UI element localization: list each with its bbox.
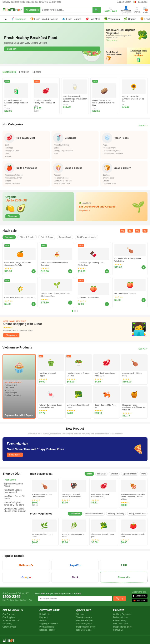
footer-link[interactable]: Shipping & Delivery [39, 622, 74, 625]
google-play-btn[interactable]: ▶ Google Play [132, 594, 148, 598]
featured-product[interactable]: 🧁 HOT CATEGORIES Pudding & Jelly Fruit D… [2, 354, 36, 418]
veg-product[interactable]: 🥬 Romaine Lettuce Hearts, 3 Packs ★★★★☆ … [60, 518, 88, 546]
tab-special[interactable]: Special [32, 69, 41, 75]
flash-card[interactable]: 🍑 Del Monte Diced Peaches ★★★☆☆ $2.00 + [113, 277, 148, 308]
add-to-cart-button[interactable]: + [31, 269, 36, 274]
flash-tab-seasonal[interactable]: Seasonal [2, 235, 16, 240]
product-card[interactable]: 🌻 Imported West Asian Sunflower Crackers… [120, 78, 148, 114]
meat-product[interactable]: 🦃 Dino Mayer Deli Fresh Smoked Turkey Br… [60, 478, 88, 508]
diet-item[interactable]: Fresh Whole [2, 478, 27, 482]
language-selector[interactable]: Language [138, 1, 148, 3]
veg-product[interactable]: 🍅 Vietnamese Tomato Organic Vine ★★★★☆ $… [119, 518, 148, 546]
brand-pepsico[interactable]: PepsiCo [51, 560, 99, 570]
nav-seafood[interactable]: 🐟 Fresh Seafood [60, 16, 83, 22]
hot-categories-see-all[interactable]: See All > [138, 124, 148, 127]
footer-link[interactable]: Product Recalls [39, 626, 74, 628]
cat-card-bread[interactable]: 🍞 Bread & Bakery Cookies Brownie Bars Do… [100, 161, 148, 186]
footer-link[interactable]: Delivery Options [113, 616, 148, 618]
brand-slack[interactable]: Slack [51, 572, 99, 582]
add-to-cart-button[interactable]: + [142, 265, 146, 270]
diet-item[interactable]: Vietnam's Original Texas BBQ Ritz Blend [2, 500, 27, 507]
nav-bread[interactable]: 🍞 Fresh Bread & Cookies [28, 16, 60, 22]
product-card[interactable]: HOT 🥔 Natural Garden Potato Sticks Baker… [90, 78, 118, 114]
meat-product[interactable]: 🍗 Fresh Boneless Skinless Chicken Breast… [30, 478, 59, 508]
add-to-cart-button[interactable]: + [105, 269, 109, 274]
cart[interactable]: 🛒 0 $0.00 [143, 6, 148, 14]
footer-link[interactable]: Report a Product [39, 629, 74, 631]
nav-meat[interactable]: 🥩 Raw Meat [83, 16, 102, 22]
footer-link[interactable]: Payment [39, 616, 74, 618]
organic-cta[interactable]: Shop now [5, 214, 19, 218]
flash-card[interactable]: 🌱 Quinoa Spice Powder, Whole Oats, Chole… [39, 277, 74, 308]
flash-tab-frozen[interactable]: Frozen Food [57, 235, 73, 240]
brand-google[interactable]: Google [2, 572, 50, 582]
nav-beverages[interactable]: 🥤 Beverages [9, 16, 28, 22]
search-button[interactable]: 🔍 [93, 7, 100, 13]
footer-link[interactable]: Product Policy [113, 620, 148, 622]
viet-product-card[interactable]: 🥩 Beef Chuck Valencia Hot Pasta 36 oz ★★… [93, 354, 120, 384]
wishlist[interactable]: ♡ Wishlist [134, 7, 140, 13]
hero-bread[interactable]: Fresh Bread Delicious Bread 🍞 [104, 48, 127, 64]
viet-product-card[interactable]: 🥦 Vietnamese Fresh Broccoli Crown ★★★★★ … [65, 386, 92, 418]
online-cta[interactable]: Shop now > [3, 333, 19, 338]
footer-logo[interactable]: Elinør [2, 638, 148, 643]
footer-link[interactable]: Our Company [2, 613, 37, 616]
cat-card-fruits[interactable]: 🍎 Fruits & Vegetables Artichoke & Potato… [2, 161, 50, 186]
viet-product-card[interactable]: 🍯 Himalayan Honey Cornbread & Muffin Mix… [121, 386, 148, 418]
show-all-brands[interactable]: Show all > [100, 572, 148, 582]
flash-tab-deli[interactable]: Deli Prepared Meals [75, 235, 98, 240]
flash-tab-dairy[interactable]: Dairy & Eggs [38, 235, 55, 240]
meat-product[interactable]: 🥩 Beef Sirloin Tip Steak Boneless USDA ★… [89, 478, 118, 508]
footer-link[interactable]: Webbing Payments [113, 613, 148, 616]
diet-item[interactable]: Superfine Uncolored Almard [2, 482, 27, 488]
footer-phone[interactable]: 1900-2345 [2, 594, 32, 599]
app-store-btn[interactable]: 🍎 App Store [132, 598, 148, 602]
veg-product[interactable]: 🥦 Vietnamese Broccoli Crown, per lb ★★★★… [89, 518, 118, 546]
newsletter-signup[interactable]: Sign Up [113, 596, 126, 601]
add-to-cart-button[interactable]: + [68, 300, 72, 305]
meat-product[interactable]: 🍖 Freshness Bonness No Skin Brown Season… [119, 478, 148, 508]
flash-card[interactable]: SALE 🍫 Chocolates Dips Perfectly Crisp W… [76, 242, 111, 275]
product-card[interactable]: 🥛 Milo Chau Fresh Milk Calcium Sugar Wit… [61, 78, 89, 114]
diet-item[interactable]: Non Naked Brands Sid Almard [2, 494, 27, 500]
footer-link[interactable]: Independence Seller [113, 626, 148, 628]
nav-vegetables[interactable]: 🥦 Vegetables [102, 16, 122, 22]
footer-link[interactable]: Secure Payment [76, 622, 111, 625]
logo[interactable]: ElinElinorElinør [2, 8, 22, 12]
tab-featured[interactable]: Featured [19, 69, 29, 75]
newsletter-email[interactable] [38, 596, 112, 601]
my-account[interactable]: 👤 My Account Login/Register [121, 6, 132, 14]
veg-product[interactable]: 🌿 Asparagus Indian 300g 2 Packs ★★★★☆ $0… [30, 518, 59, 546]
hero-cta[interactable]: Shop now [4, 46, 100, 51]
footer-link[interactable]: Contact Us [113, 629, 148, 631]
organic-banner-left[interactable]: Organic Up to 20% Off 🍋 🥑 Shop now [2, 192, 74, 221]
footer-link[interactable]: Our Suppliers [2, 616, 37, 618]
diet-item[interactable]: Cheddar Style Deluxe Cheese Crisps Crunc… [2, 507, 27, 513]
cat-card-beverages[interactable]: 🥤 Beverages Fresh Fruit Drinks Coffee En… [51, 131, 99, 159]
support-link[interactable]: Support Center [117, 1, 131, 3]
footer-link[interactable]: Delicious Recipes [76, 620, 111, 622]
cat-card-meat[interactable]: 🥩 High quality Meat Beef Hot Dogs Sausag… [2, 131, 50, 159]
organic-cta[interactable]: Shop now > [106, 39, 117, 42]
footer-link[interactable]: Advertise With Us [2, 620, 37, 622]
flash-tab-chips[interactable]: Chips & Snacks [17, 235, 37, 240]
brand-7up[interactable]: 7 UP [100, 560, 148, 570]
viet-product-card[interactable]: 🫑 HOT Capsicum Fresh Bell Pepper ★★★★★ $… [37, 354, 64, 384]
flash-card[interactable]: HOT 🍊 Great Value Orange Juice From Conc… [2, 242, 37, 275]
footer-link[interactable]: Trade Assurance [76, 616, 111, 618]
search-input[interactable] [40, 7, 93, 13]
category-dropdown[interactable]: All Categories [24, 7, 40, 13]
brand-hellmanns[interactable]: Hellmann's [2, 560, 50, 570]
footer-link[interactable]: Sitemap [76, 613, 111, 616]
footer-link[interactable]: Returns [39, 620, 74, 622]
footer-link[interactable]: New User Guide [113, 622, 148, 625]
tab-bestsellers[interactable]: Bestsellers [2, 69, 16, 75]
flash-card[interactable]: HOT 🍝 Indian Pasta With Durum Wheat Semo… [39, 242, 74, 275]
hero-juice[interactable]: 100% fresh Fruit Juice Tropicana 🧃 [127, 48, 150, 64]
footer-link[interactable]: Independence Seller [76, 626, 111, 628]
add-to-cart-button[interactable]: + [31, 302, 36, 306]
hero-organic[interactable]: Discover Real Organic Vegetable Reach fo… [104, 22, 150, 48]
new-product-banner[interactable]: Freschetta Great Value Thin and Crispy D… [2, 437, 148, 461]
flash-card[interactable]: HOT 🌾 Great Value White Quinoa Sac 40 Oz… [2, 277, 37, 308]
vietnamese-see-all[interactable]: See All > [138, 348, 148, 350]
